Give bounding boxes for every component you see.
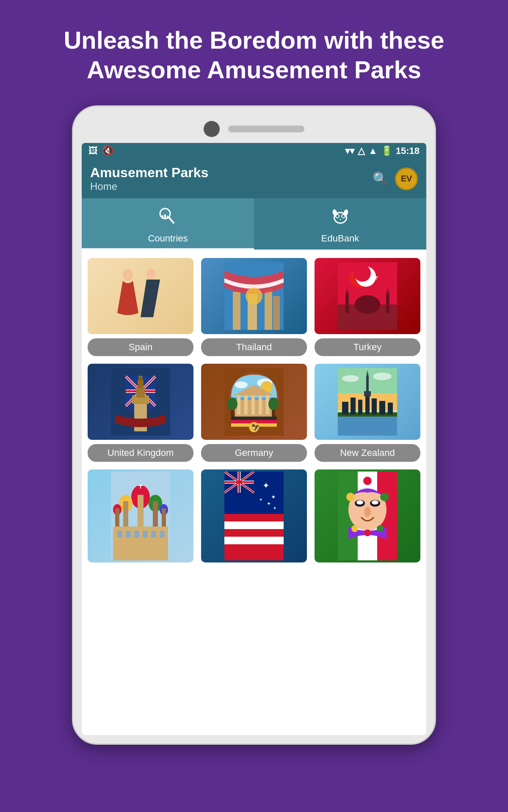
country-card-russia[interactable] — [88, 469, 193, 567]
country-grid-row3: ✦ ✦ ✦ ✦ ✦ — [88, 469, 420, 567]
svg-text:✦: ✦ — [262, 481, 270, 490]
svg-rect-2 — [162, 215, 163, 219]
svg-line-1 — [169, 217, 174, 223]
wifi-icon: ▾▾ — [345, 145, 354, 156]
svg-rect-104 — [126, 531, 131, 538]
svg-point-64 — [227, 398, 237, 410]
country-grid-row2: United Kingdom — [88, 364, 420, 462]
australia-image: ✦ ✦ ✦ ✦ ✦ — [201, 469, 307, 562]
svg-text:✦: ✦ — [259, 497, 262, 502]
svg-rect-58 — [244, 395, 248, 414]
uk-label: United Kingdom — [88, 444, 193, 462]
turkey-label: Turkey — [315, 338, 420, 356]
country-card-germany[interactable]: 🦅 Germany — [201, 364, 307, 462]
svg-rect-48 — [138, 381, 144, 388]
svg-rect-18 — [233, 292, 240, 330]
svg-rect-80 — [365, 393, 370, 414]
country-card-thailand[interactable]: Thailand — [201, 258, 307, 356]
edubank-tab-label: EduBank — [321, 233, 359, 244]
status-right: ▾▾ △ ▲ 🔋 15:18 — [345, 145, 420, 156]
uk-image — [88, 364, 193, 440]
svg-point-22 — [246, 288, 262, 304]
svg-point-66 — [268, 398, 279, 410]
app-bar-icons: 🔍 EV — [373, 167, 418, 190]
svg-rect-77 — [342, 402, 348, 414]
svg-rect-32 — [386, 294, 389, 313]
svg-point-88 — [373, 373, 392, 380]
svg-rect-57 — [237, 395, 240, 414]
svg-rect-106 — [143, 531, 148, 538]
tab-countries[interactable]: Countries — [82, 198, 254, 250]
svg-rect-125 — [224, 514, 284, 521]
svg-point-140 — [372, 500, 378, 505]
signal-icon: △ — [358, 145, 365, 156]
sound-off-icon: 🔇 — [102, 145, 113, 156]
thailand-image — [201, 258, 307, 334]
svg-rect-79 — [358, 400, 362, 414]
country-card-italy[interactable] — [315, 469, 420, 567]
svg-point-139 — [356, 500, 363, 505]
edubank-tab-icon — [330, 205, 351, 230]
svg-rect-67 — [231, 417, 277, 420]
svg-rect-31 — [345, 294, 349, 313]
svg-rect-107 — [151, 531, 156, 538]
svg-point-144 — [351, 525, 358, 532]
svg-rect-126 — [224, 521, 284, 529]
app-bar-title-group: Amusement Parks Home — [90, 165, 208, 192]
tabs: Countries — [82, 198, 426, 250]
svg-rect-59 — [251, 395, 255, 414]
svg-rect-83 — [388, 403, 393, 414]
front-camera — [204, 121, 220, 137]
svg-rect-127 — [224, 529, 284, 537]
svg-point-136 — [364, 507, 371, 517]
country-card-nz[interactable]: New Zealand — [315, 364, 420, 462]
svg-rect-21 — [273, 296, 280, 330]
svg-point-143 — [380, 493, 389, 501]
svg-point-141 — [346, 493, 355, 501]
germany-label: Germany — [201, 444, 307, 462]
svg-rect-128 — [224, 537, 284, 544]
svg-rect-60 — [259, 395, 262, 414]
svg-text:🦅: 🦅 — [251, 423, 260, 431]
svg-rect-99 — [162, 508, 166, 529]
svg-rect-78 — [351, 398, 356, 414]
country-grid-row1: Spain — [88, 258, 420, 356]
italy-image — [315, 469, 420, 562]
ev-badge[interactable]: EV — [395, 167, 418, 190]
search-button[interactable]: 🔍 — [373, 171, 388, 186]
country-card-spain[interactable]: Spain — [88, 258, 193, 356]
svg-point-30 — [355, 295, 380, 314]
spain-label: Spain — [88, 338, 193, 356]
germany-image: 🦅 — [201, 364, 307, 440]
svg-rect-20 — [265, 290, 272, 330]
nz-label: New Zealand — [315, 444, 420, 462]
app-bar: Amusement Parks Home 🔍 EV — [82, 159, 426, 198]
headline: Unleash the Boredom with these Awesome A… — [0, 0, 508, 101]
country-card-turkey[interactable]: Turkey — [315, 258, 420, 356]
phone-top — [82, 115, 426, 143]
svg-point-146 — [377, 525, 384, 532]
time-display: 15:18 — [396, 145, 420, 156]
russia-image — [88, 469, 193, 562]
country-card-australia[interactable]: ✦ ✦ ✦ ✦ ✦ — [201, 469, 307, 567]
image-notification-icon: 🖼 — [88, 145, 98, 156]
tab-edubank[interactable]: EduBank — [254, 198, 426, 250]
svg-rect-108 — [160, 531, 165, 538]
phone: 🖼 🔇 ▾▾ △ ▲ 🔋 15:18 Amusement Parks Home — [72, 105, 436, 745]
svg-rect-97 — [115, 508, 119, 529]
countries-tab-icon — [157, 205, 179, 230]
svg-rect-95 — [153, 501, 158, 527]
speaker — [228, 126, 304, 132]
svg-rect-4 — [167, 216, 168, 219]
svg-point-27 — [354, 265, 371, 282]
nz-image — [315, 364, 420, 440]
status-bar: 🖼 🔇 ▾▾ △ ▲ 🔋 15:18 — [82, 143, 426, 159]
svg-rect-93 — [123, 501, 128, 527]
svg-point-53 — [235, 381, 248, 388]
phone-screen: 🖼 🔇 ▾▾ △ ▲ 🔋 15:18 Amusement Parks Home — [82, 143, 426, 735]
content-area: Spain — [82, 250, 426, 583]
svg-text:✦: ✦ — [267, 501, 271, 507]
thailand-label: Thailand — [201, 338, 307, 356]
app-title: Amusement Parks — [90, 165, 208, 181]
country-card-uk[interactable]: United Kingdom — [88, 364, 193, 462]
